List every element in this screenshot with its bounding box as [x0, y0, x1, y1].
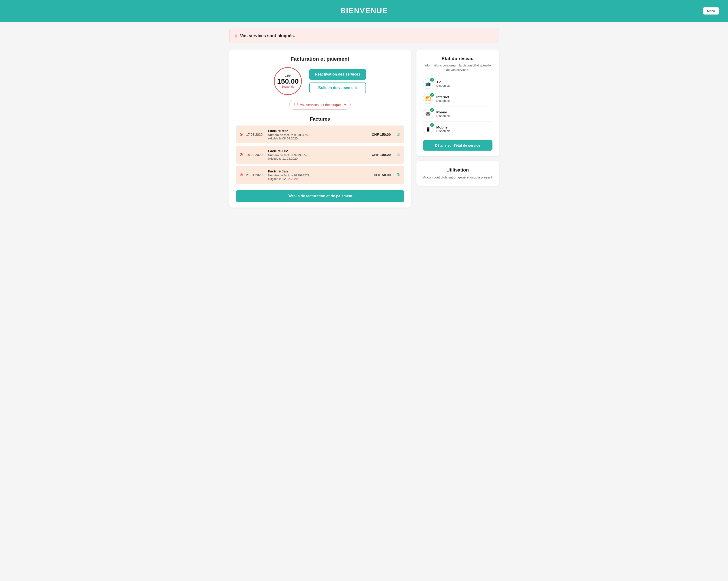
services-blocked-icon: ⓘ [294, 102, 298, 107]
alert-banner: ℹ Vos services sont bloqués. [229, 29, 499, 43]
invoice-info: Facture Mar Numéro de facture 999854789,… [268, 129, 368, 140]
reactivation-button[interactable]: Reactivation des services [309, 69, 366, 80]
service-label-group: Internet Disponible [436, 95, 451, 103]
header-title: BIENVENUE [5, 6, 723, 15]
col-side: État du réseau Informations concernant l… [416, 50, 499, 186]
alert-text: Vos services sont bloqués. [240, 33, 295, 38]
service-icon-wrap: 📶 ✓ [423, 94, 433, 104]
invoice-list: ⊗ 17.03.2020 Facture Mar Numéro de factu… [236, 126, 404, 184]
network-subtitle: Informations concernant la disponibilité… [423, 63, 492, 72]
network-card: État du réseau Informations concernant l… [416, 50, 499, 156]
invoice-name: Facture Jan [268, 169, 371, 173]
service-list: 📺 ✓ TV Disponible 📶 ✓ Internet Disponibl… [423, 76, 492, 136]
invoice-error-icon: ⊗ [239, 152, 243, 157]
services-blocked-toggle[interactable]: ⓘ Vos services ont été bloqués ▾ [289, 100, 350, 110]
invoice-info: Facture Jan Numéro de facture 999998271,… [268, 169, 371, 181]
invoice-detail: Numéro de facture 999854789,exigible le … [268, 133, 368, 140]
invoice-pdf-icon[interactable]: 🗎 [396, 173, 400, 177]
service-check-icon: ✓ [430, 78, 434, 82]
service-label-group: TV Disponible [436, 80, 451, 87]
invoice-amount: CHF 150.00 [372, 132, 391, 136]
invoice-name: Facture Mar [268, 129, 368, 133]
wifi-icon: 📶 [425, 96, 431, 102]
service-row: ☎ ✓ Phone Disponible [423, 106, 492, 122]
main-content: ℹ Vos services sont bloqués. Facturation… [225, 22, 504, 214]
action-buttons: Reactivation des services Bulletin de ve… [309, 69, 366, 93]
service-status: Disponible [436, 99, 451, 103]
invoice-row[interactable]: ⊗ 17.03.2020 Facture Mar Numéro de factu… [236, 126, 404, 143]
factures-title: Factures [236, 116, 404, 122]
service-status: Disponible [436, 129, 451, 133]
bulletin-button[interactable]: Bulletin de versement [309, 82, 366, 93]
billing-card: Facturation et paiement CHF 150.00 Suspe… [229, 50, 411, 208]
service-label-group: Phone Disponible [436, 110, 451, 117]
invoice-detail: Numéro de facture 999998271,exigible le … [268, 174, 371, 181]
invoice-info: Facture Fév Numéro de facture 999985573,… [268, 149, 368, 160]
header: BIENVENUE Menu [0, 0, 728, 22]
service-details-button[interactable]: Détails sur l'état de service [423, 140, 492, 151]
invoice-row[interactable]: ⊗ 18.02.2020 Facture Fév Numéro de factu… [236, 146, 404, 164]
services-blocked-container: ⓘ Vos services ont été bloqués ▾ [236, 100, 404, 110]
billing-title: Facturation et paiement [236, 56, 404, 62]
service-name: Mobile [436, 125, 451, 129]
invoice-pdf-icon[interactable]: 🗎 [396, 132, 400, 137]
service-name: TV [436, 80, 451, 84]
columns-layout: Facturation et paiement CHF 150.00 Suspe… [229, 50, 499, 208]
service-row: 📺 ✓ TV Disponible [423, 76, 492, 91]
mobile-icon: 📱 [425, 126, 431, 132]
circle-currency: CHF [285, 74, 291, 77]
invoice-pdf-icon[interactable]: 🗎 [396, 152, 400, 157]
amount-circle: CHF 150.00 Suspendu [274, 67, 302, 95]
circle-amount: 150.00 [277, 77, 299, 85]
service-name: Internet [436, 95, 451, 99]
invoice-date: 18.02.2020 [246, 153, 265, 157]
invoice-name: Facture Fév [268, 149, 368, 153]
service-check-icon: ✓ [430, 123, 434, 127]
service-status: Disponible [436, 84, 451, 87]
invoice-error-icon: ⊗ [239, 173, 243, 177]
service-icon-wrap: 📺 ✓ [423, 79, 433, 89]
service-status: Disponible [436, 114, 451, 117]
utilisation-card: Utilisation Aucun coût d'utilisation gén… [416, 161, 499, 186]
utilisation-text: Aucun coût d'utilisation généré jusqu'à … [423, 175, 492, 180]
service-icon-wrap: 📱 ✓ [423, 124, 433, 134]
invoice-date: 21.01.2020 [246, 173, 265, 177]
alert-icon: ℹ [235, 33, 237, 38]
service-name: Phone [436, 110, 451, 114]
menu-button[interactable]: Menu [703, 7, 719, 15]
invoice-error-icon: ⊗ [239, 132, 243, 137]
invoice-amount: CHF 100.00 [372, 153, 391, 157]
service-check-icon: ✓ [430, 108, 434, 112]
invoice-date: 17.03.2020 [246, 133, 265, 136]
invoice-row[interactable]: ⊗ 21.01.2020 Facture Jan Numéro de factu… [236, 166, 404, 184]
service-check-icon: ✓ [430, 93, 434, 97]
invoice-amount: CHF 50.00 [374, 173, 391, 177]
chevron-down-icon: ▾ [344, 103, 346, 106]
services-blocked-label: Vos services ont été bloqués [300, 103, 342, 107]
phone-icon: ☎ [425, 111, 431, 117]
service-row: 📶 ✓ Internet Disponible [423, 91, 492, 106]
invoice-detail: Numéro de facture 999985573,exigible le … [268, 153, 368, 160]
service-label-group: Mobile Disponible [436, 125, 451, 133]
service-row: 📱 ✓ Mobile Disponible [423, 122, 492, 136]
col-main: Facturation et paiement CHF 150.00 Suspe… [229, 50, 411, 208]
tv-icon: 📺 [425, 81, 431, 86]
utilisation-title: Utilisation [423, 167, 492, 173]
billing-details-button[interactable]: Détails de facturation et de paiement [236, 190, 404, 202]
service-icon-wrap: ☎ ✓ [423, 109, 433, 119]
payment-area: CHF 150.00 Suspendu Reactivation des ser… [236, 67, 404, 95]
circle-status: Suspendu [281, 85, 294, 88]
network-title: État du réseau [423, 56, 492, 61]
